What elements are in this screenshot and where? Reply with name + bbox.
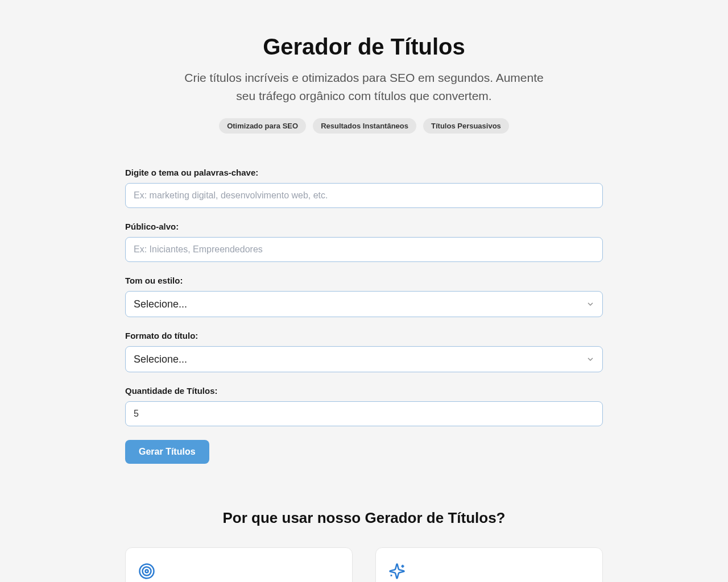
- page-subtitle: Crie títulos incríveis e otimizados para…: [182, 69, 546, 105]
- pill-seo: Otimizado para SEO: [219, 118, 306, 134]
- card-persuasive: Títulos Persuasivos: [375, 547, 603, 582]
- svg-point-2: [146, 570, 148, 573]
- audience-input[interactable]: [125, 237, 603, 262]
- format-select[interactable]: Selecione...: [125, 346, 603, 372]
- why-title: Por que usar nosso Gerador de Títulos?: [125, 509, 603, 527]
- tone-label: Tom ou estilo:: [125, 276, 603, 285]
- pills-row: Otimizado para SEO Resultados Instantâne…: [125, 118, 603, 134]
- why-section: Por que usar nosso Gerador de Títulos? O…: [125, 509, 603, 582]
- tone-select[interactable]: Selecione...: [125, 291, 603, 317]
- target-icon: [138, 563, 155, 580]
- svg-point-1: [143, 567, 151, 576]
- quantity-label: Quantidade de Títulos:: [125, 386, 603, 396]
- keywords-input[interactable]: [125, 183, 603, 208]
- sparkles-icon: [388, 563, 406, 580]
- card-seo: Otimizado para SEO: [125, 547, 353, 582]
- quantity-input[interactable]: [125, 401, 603, 426]
- format-label: Formato do título:: [125, 331, 603, 340]
- generate-button[interactable]: Gerar Títulos: [125, 440, 209, 464]
- page-title: Gerador de Títulos: [125, 34, 603, 60]
- form: Digite o tema ou palavras-chave: Público…: [125, 168, 603, 464]
- pill-persuasive: Títulos Persuasivos: [423, 118, 509, 134]
- keywords-label: Digite o tema ou palavras-chave:: [125, 168, 603, 177]
- pill-instant: Resultados Instantâneos: [313, 118, 416, 134]
- header: Gerador de Títulos Crie títulos incrívei…: [125, 34, 603, 134]
- audience-label: Público-alvo:: [125, 222, 603, 231]
